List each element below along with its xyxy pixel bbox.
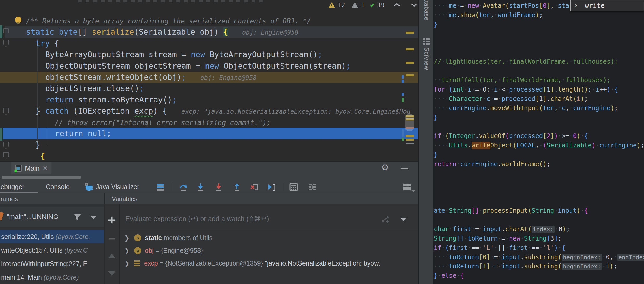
intellij-window: /** Returns a byte array containing the … (0, 0, 418, 284)
drop-frame-icon[interactable] (250, 183, 259, 191)
tab-database[interactable]: atabase (423, 0, 430, 21)
threads-view-icon[interactable] (156, 183, 165, 191)
code-line: //·lightHouses(ter,·finalWorldFrame,·ful… (434, 57, 618, 66)
stripe-mark (406, 32, 414, 34)
code-line: } (434, 113, 437, 122)
add-to-watches-icon[interactable] (381, 215, 390, 223)
code-line: ····Character·c·=·processed[1].charAt(i)… (434, 94, 588, 104)
warning-count: 12 (338, 2, 345, 8)
frame-row[interactable]: interactWithInputString:227, E (0, 257, 104, 270)
chevron-down-icon (411, 189, 416, 192)
code-line: /** Returns a byte array containing the … (26, 15, 311, 27)
code-line: return null; (55, 128, 111, 139)
tab-console[interactable]: Console (46, 183, 70, 191)
evaluate-expression-row[interactable]: Evaluate expression (↵) or add a watch (… (120, 204, 418, 230)
intention-bulb-icon[interactable] (15, 17, 21, 23)
code-line: ····currEngine.moveWithInput(ter,·c,·cur… (434, 104, 618, 113)
code-line: ObjectOutputStream objectStream = new Ob… (45, 60, 351, 72)
fold-marker-icon[interactable] (3, 108, 9, 115)
code-line: ····Utils.writeObject(LOCAL,·(Serializab… (434, 141, 644, 150)
variable-row[interactable]: ❯pobj = {Engine@958} (120, 244, 418, 257)
stripe-mark (402, 93, 404, 96)
evaluate-expression-icon[interactable] (289, 183, 298, 191)
close-icon[interactable]: ✕ (43, 165, 48, 172)
step-into-icon[interactable] (196, 183, 205, 191)
code-line: ByteArrayOutputStream stream = new ByteA… (45, 49, 323, 60)
horizontal-scrollbar[interactable] (2, 176, 81, 179)
prev-chevron-icon[interactable] (393, 2, 401, 8)
code-line: static byte[] serialize(Serializable obj… (26, 26, 299, 38)
add-watch-button[interactable] (106, 214, 118, 226)
move-watch-down-button[interactable] (106, 268, 118, 279)
panel-divider[interactable] (104, 193, 105, 284)
stripe-mark (406, 143, 414, 144)
panel-headers: rames Variables (0, 193, 418, 204)
run-to-cursor-icon[interactable] (267, 183, 276, 191)
tab-main[interactable]: Main ✕ (11, 162, 51, 174)
sciview-icon[interactable] (423, 38, 430, 45)
right-tool-stripe: atabase SciView (419, 0, 434, 284)
expand-chevron-icon[interactable]: ❯ (124, 247, 130, 254)
stripe-mark (406, 74, 414, 76)
tab-java-visualizer[interactable]: Java Visualizer (84, 182, 139, 191)
frame-row[interactable]: writeObject:157, Utils (byow.C (0, 243, 104, 257)
toolbar-separator (172, 183, 172, 191)
tab-sciview[interactable]: SciView (423, 47, 430, 70)
inspections-widget[interactable]: 12 1 ✔✔ 19 (328, 1, 418, 9)
code-line: try { (36, 38, 59, 49)
tab-main-label: Main (25, 164, 40, 172)
thread-label: "main"...UNNING (7, 213, 59, 221)
stripe-mark (406, 62, 414, 64)
fold-marker-icon[interactable] (3, 40, 9, 47)
passed-check-icon: ✔✔ (370, 1, 371, 9)
filter-icon[interactable] (73, 213, 82, 222)
find-widget[interactable]: › write (570, 0, 644, 11)
expand-chevron-icon[interactable]: ❯ (124, 234, 130, 242)
right-editor-window[interactable]: ····me·=·new·Avatar(startPos[0],·star···… (433, 0, 644, 284)
thread-icon (0, 212, 4, 221)
find-query[interactable]: write (585, 2, 604, 9)
code-line: ····toReturn[1]·=·input.substring(beginI… (434, 262, 617, 271)
frame-row[interactable]: main:14, Main (byow.Core) (0, 270, 104, 284)
java-visualizer-label: Java Visualizer (96, 183, 139, 191)
code-line: if·(first·==·'L'·||·first·==·'l')·{ (434, 243, 565, 253)
thread-dropdown-icon[interactable] (91, 216, 97, 220)
tab-debugger[interactable]: ebugger (1, 183, 24, 191)
variables-header: Variables (112, 195, 137, 203)
variable-row[interactable]: ❯excp = {NotSerializableException@1359} … (120, 257, 418, 270)
fold-marker-icon[interactable] (3, 152, 9, 159)
code-line: } (434, 20, 437, 29)
gutter-change-bar (0, 128, 2, 141)
step-out-icon[interactable] (233, 183, 241, 191)
gear-icon[interactable]: ⚙ (381, 162, 389, 172)
move-watch-up-button[interactable] (106, 250, 118, 262)
editor-scrollbar-thumb[interactable] (405, 114, 414, 131)
code-line: { (41, 151, 45, 161)
stripe-mark (402, 75, 404, 79)
force-step-into-icon[interactable] (214, 183, 223, 191)
fold-marker-icon[interactable] (3, 142, 9, 149)
code-line: ····me.show(ter,·worldFrame); (434, 10, 543, 20)
expand-chevron-icon[interactable]: ❯ (124, 260, 130, 267)
layout-settings-icon[interactable] (403, 183, 411, 191)
remove-watch-button[interactable] (106, 233, 118, 244)
java-editor[interactable]: /** Returns a byte array containing the … (0, 0, 418, 161)
thread-selector[interactable]: "main"...UNNING (0, 207, 104, 228)
expand-replace-chevron-icon[interactable]: › (574, 2, 578, 9)
weak-warning-count: 1 (361, 2, 365, 8)
tool-window-tabstrip: Main ✕ (0, 161, 418, 175)
variable-row[interactable]: ❯sstatic members of Utils (120, 231, 418, 244)
code-line: return stream.toByteArray(); (45, 94, 177, 106)
toolbar-separator (284, 183, 284, 191)
code-line: objectStream.writeObject(obj); obj: Engi… (45, 72, 257, 83)
next-chevron-icon[interactable] (410, 2, 418, 8)
code-line: ··turnOffAll(ter,·finalWorldFrame,·fullh… (434, 75, 610, 85)
code-line: }·else·{ (434, 271, 464, 280)
step-over-icon[interactable] (179, 183, 188, 191)
clipped-top-code-line (78, 0, 265, 2)
code-line: // throw error("Internal error serializi… (55, 117, 271, 128)
minimize-icon[interactable] (401, 168, 408, 169)
evaluate-dropdown-icon[interactable] (400, 217, 407, 222)
trace-streams-icon[interactable] (308, 183, 317, 191)
frame-row[interactable]: serialize:220, Utils (byow.Core, (0, 230, 104, 243)
